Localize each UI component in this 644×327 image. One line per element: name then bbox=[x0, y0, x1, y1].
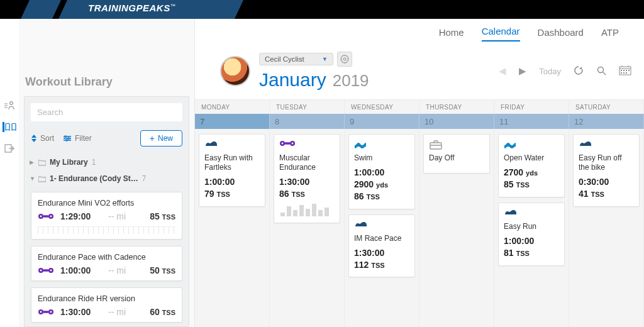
rail-library-icon[interactable] bbox=[3, 122, 15, 132]
day-header: SATURDAY bbox=[569, 100, 644, 114]
svg-point-8 bbox=[50, 216, 52, 218]
day-header: TUESDAY bbox=[270, 100, 345, 114]
date-cell[interactable]: 7 bbox=[195, 114, 270, 129]
svg-point-33 bbox=[292, 143, 294, 145]
library-workout[interactable]: Endurance Ride HR version1:30:00-- mi60 … bbox=[31, 287, 182, 323]
day-column: Muscular Endurance1:30:0086 TSS bbox=[270, 129, 345, 327]
workout-card[interactable]: IM Race Pace1:30:00112 TSS bbox=[348, 214, 415, 278]
wave-icon bbox=[504, 140, 559, 151]
brand-logo: TRAININGPEAKS™ bbox=[88, 3, 175, 13]
day-column: Easy Run off the bike0:30:0041 TSS bbox=[569, 129, 644, 327]
rail-exit-icon[interactable] bbox=[3, 143, 16, 153]
svg-rect-27 bbox=[621, 72, 622, 74]
svg-point-31 bbox=[282, 143, 284, 145]
svg-point-11 bbox=[40, 270, 42, 272]
settings-button[interactable] bbox=[337, 52, 352, 67]
svg-rect-34 bbox=[284, 142, 291, 145]
workout-card[interactable]: Easy Run with Fartleks1:00:0079 TSS bbox=[199, 134, 265, 207]
refresh-button[interactable] bbox=[574, 65, 584, 77]
today-button[interactable]: Today bbox=[539, 67, 561, 76]
calendar-icon bbox=[619, 65, 631, 75]
filter-button[interactable]: Filter bbox=[63, 134, 92, 143]
briefcase-icon bbox=[429, 140, 484, 151]
nav-item-calendar[interactable]: Calendar bbox=[482, 26, 520, 42]
tree-folder[interactable]: ▶My Library 1 bbox=[28, 154, 185, 170]
day-column: Open Water2700 yds85 TSSEasy Run1:00:008… bbox=[494, 129, 569, 327]
svg-rect-24 bbox=[623, 70, 625, 71]
date-cell[interactable]: 9 bbox=[345, 114, 419, 129]
svg-point-18 bbox=[50, 311, 52, 313]
sidebar-title: Workout Library bbox=[19, 75, 194, 96]
svg-point-21 bbox=[598, 67, 604, 72]
svg-rect-14 bbox=[43, 270, 49, 272]
rail-athletes-icon[interactable] bbox=[3, 101, 16, 111]
library-workout[interactable]: Endurance Pace with Cadence1:00:00-- mi5… bbox=[31, 246, 182, 281]
svg-point-16 bbox=[40, 311, 42, 313]
shoe-icon bbox=[579, 140, 634, 151]
svg-point-2 bbox=[65, 136, 66, 137]
wave-icon bbox=[354, 140, 409, 151]
library-workout[interactable]: Endurance Mini VO2 efforts1:29:00-- mi85… bbox=[31, 192, 182, 240]
nav-item-atp[interactable]: ATP bbox=[601, 27, 619, 42]
sort-button[interactable]: Sort bbox=[31, 134, 54, 143]
tree-folder[interactable]: ▼1- Endurance (Cody St… 7 bbox=[28, 170, 185, 187]
top-nav: HomeCalendarDashboardATP bbox=[195, 19, 644, 42]
svg-point-6 bbox=[40, 216, 42, 218]
workout-card[interactable]: Easy Run1:00:0081 TSS bbox=[498, 202, 565, 266]
workout-card[interactable]: Easy Run off the bike0:30:0041 TSS bbox=[573, 134, 640, 207]
search-button[interactable] bbox=[596, 65, 606, 77]
svg-point-20 bbox=[343, 58, 346, 60]
topbar: TRAININGPEAKS™ bbox=[0, 0, 644, 19]
svg-point-3 bbox=[68, 138, 69, 139]
shoe-icon bbox=[354, 220, 409, 231]
day-header: FRIDAY bbox=[494, 100, 569, 114]
svg-point-0 bbox=[10, 102, 13, 105]
calendar-view-button[interactable] bbox=[619, 65, 631, 77]
date-cell[interactable]: 12 bbox=[569, 114, 644, 129]
date-cell[interactable]: 8 bbox=[270, 114, 345, 129]
svg-rect-35 bbox=[430, 143, 441, 149]
shoe-icon bbox=[504, 208, 559, 219]
prev-button[interactable]: ◀ bbox=[499, 65, 506, 77]
workout-card[interactable]: Open Water2700 yds85 TSS bbox=[498, 134, 565, 197]
year-label: 2019 bbox=[333, 71, 369, 91]
gear-icon bbox=[340, 55, 349, 64]
left-rail bbox=[0, 19, 19, 327]
workout-card[interactable]: Muscular Endurance1:30:0086 TSS bbox=[274, 134, 340, 223]
athlete-selector[interactable]: Cecil Cyclist▼ bbox=[259, 53, 333, 65]
day-column: Day Off bbox=[419, 129, 494, 327]
next-button[interactable]: ▶ bbox=[519, 65, 526, 77]
new-button[interactable]: +New bbox=[140, 130, 182, 147]
day-header: THURSDAY bbox=[419, 100, 494, 114]
svg-rect-9 bbox=[43, 216, 49, 218]
workout-card[interactable]: Day Off bbox=[423, 134, 490, 174]
day-header: MONDAY bbox=[195, 100, 270, 114]
date-cell[interactable]: 10 bbox=[419, 114, 494, 129]
main: HomeCalendarDashboardATP Cecil Cyclist▼ … bbox=[195, 19, 644, 327]
sidebar: Workout Library Sort Filter +New ▶My Lib… bbox=[19, 19, 195, 327]
svg-rect-28 bbox=[623, 72, 625, 74]
svg-rect-26 bbox=[628, 70, 630, 71]
workout-card[interactable]: Swim1:00:002900 yds86 TSS bbox=[348, 134, 415, 209]
shoe-icon bbox=[204, 140, 260, 151]
refresh-icon bbox=[574, 65, 584, 75]
svg-point-4 bbox=[66, 140, 67, 141]
day-column: Swim1:00:002900 yds86 TSSIM Race Pace1:3… bbox=[345, 129, 419, 327]
svg-rect-19 bbox=[43, 311, 49, 314]
day-column: Easy Run with Fartleks1:00:0079 TSS bbox=[195, 129, 270, 327]
day-header: WEDNESDAY bbox=[345, 100, 419, 114]
nav-item-dashboard[interactable]: Dashboard bbox=[538, 27, 584, 42]
search-icon bbox=[596, 65, 606, 75]
svg-rect-25 bbox=[626, 70, 627, 71]
chain-icon bbox=[279, 140, 335, 151]
month-label: January bbox=[259, 69, 326, 91]
svg-rect-29 bbox=[626, 72, 627, 74]
avatar[interactable] bbox=[220, 56, 250, 86]
svg-rect-23 bbox=[621, 70, 622, 71]
nav-item-home[interactable]: Home bbox=[439, 27, 464, 42]
search-input[interactable] bbox=[31, 103, 182, 121]
svg-point-13 bbox=[50, 270, 52, 272]
date-cell[interactable]: 11 bbox=[494, 114, 569, 129]
